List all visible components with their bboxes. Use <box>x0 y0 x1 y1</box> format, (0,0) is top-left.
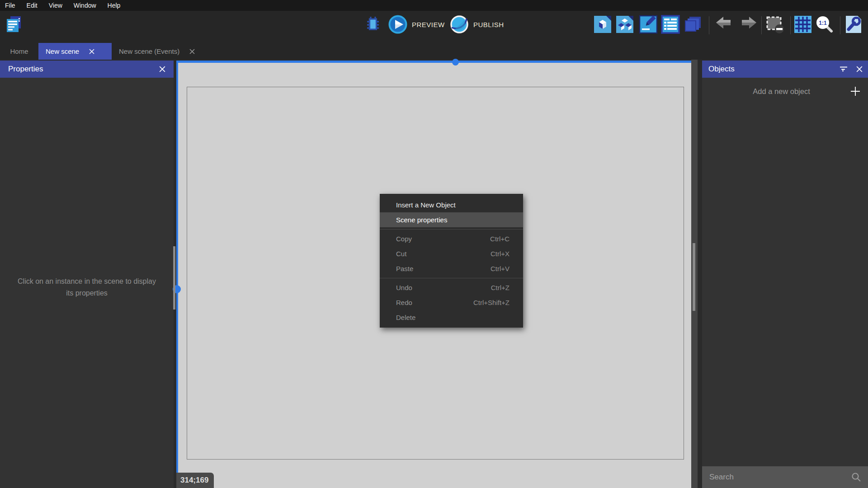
close-tab-icon[interactable] <box>189 49 195 54</box>
close-tab-icon[interactable] <box>89 49 94 54</box>
edit-object-groups-icon[interactable] <box>615 14 635 34</box>
menu-item-scene-properties[interactable]: Scene properties <box>380 212 523 227</box>
menu-separator <box>380 229 523 230</box>
redo-icon[interactable] <box>737 14 757 34</box>
toolbar-separator <box>709 16 709 34</box>
toolbar-separator <box>840 16 840 34</box>
toolbar-separator <box>790 16 791 34</box>
menu-window[interactable]: Window <box>74 2 102 9</box>
settings-wrench-icon[interactable] <box>844 14 863 34</box>
debugger-bug-icon[interactable] <box>363 14 383 34</box>
context-menu: Insert a New Object Scene properties Cop… <box>380 194 523 328</box>
svg-text:1:1: 1:1 <box>819 20 827 26</box>
menu-item-redo: Redo Ctrl+Shift+Z <box>380 295 523 310</box>
publish-button[interactable]: PUBLISH <box>473 21 504 28</box>
undo-icon[interactable] <box>715 14 735 34</box>
menu-file[interactable]: File <box>5 2 21 9</box>
properties-panel-header: Properties <box>0 61 174 78</box>
preview-play-icon[interactable] <box>388 14 408 34</box>
objects-panel-title: Objects <box>708 65 735 74</box>
objects-panel-header: Objects <box>702 61 868 78</box>
main-toolbar: PREVIEW PUBLISH <box>0 11 868 43</box>
cursor-coordinates-badge: 314;169 <box>176 473 214 488</box>
edit-scene-properties-icon[interactable] <box>638 14 658 34</box>
menu-view[interactable]: View <box>49 2 68 9</box>
menu-help[interactable]: Help <box>108 2 127 9</box>
layers-editor-icon[interactable] <box>683 14 703 34</box>
tab-bar: Home New scene New scene (Events) <box>0 43 868 60</box>
publish-globe-icon[interactable] <box>449 14 469 34</box>
preview-button[interactable]: PREVIEW <box>412 21 445 28</box>
menu-item-cut: Cut Ctrl+X <box>380 246 523 261</box>
tab-home[interactable]: Home <box>0 43 38 60</box>
toolbar-separator <box>761 16 762 34</box>
objects-search-input[interactable] <box>702 473 844 482</box>
plus-icon[interactable] <box>843 86 868 97</box>
menu-bar: File Edit View Window Help <box>0 0 868 11</box>
menu-item-undo: Undo Ctrl+Z <box>380 280 523 295</box>
canvas-right-scrollbar-thumb[interactable] <box>693 243 695 311</box>
properties-panel-body: Click on an instance in the scene to dis… <box>0 78 174 488</box>
canvas-left-scrollbar-thumb[interactable] <box>173 246 175 310</box>
add-new-object-label: Add a new object <box>702 87 843 96</box>
menu-item-copy: Copy Ctrl+C <box>380 231 523 246</box>
deselect-all-icon[interactable] <box>765 14 785 34</box>
gdevelop-window: File Edit View Window Help <box>0 0 868 488</box>
search-icon <box>844 472 868 483</box>
properties-panel-title: Properties <box>8 65 43 74</box>
canvas-focus-border-top <box>176 61 698 63</box>
zoom-one-to-one-icon[interactable]: 1:1 <box>814 14 834 34</box>
menu-edit[interactable]: Edit <box>27 2 43 9</box>
canvas-right-scrollbar[interactable] <box>691 60 698 488</box>
menu-item-delete: Delete <box>380 310 523 325</box>
objects-search-bar <box>702 466 868 488</box>
menu-separator <box>380 278 523 278</box>
project-manager-icon[interactable] <box>4 14 24 34</box>
filter-icon[interactable] <box>839 66 848 73</box>
tab-new-scene-events[interactable]: New scene (Events) <box>112 43 220 60</box>
menu-item-insert-new-object[interactable]: Insert a New Object <box>380 197 523 212</box>
close-panel-icon[interactable] <box>856 66 863 72</box>
toggle-grid-icon[interactable] <box>793 14 813 34</box>
close-panel-icon[interactable] <box>159 66 165 72</box>
instances-list-icon[interactable] <box>660 14 680 34</box>
add-new-object-row[interactable]: Add a new object <box>702 81 868 101</box>
edit-objects-icon[interactable] <box>593 14 613 34</box>
canvas-handle-top-icon[interactable] <box>452 59 459 66</box>
tab-new-scene[interactable]: New scene <box>38 43 112 60</box>
properties-empty-message: Click on an instance in the scene to dis… <box>14 276 160 300</box>
objects-panel-body: Add a new object <box>702 78 868 466</box>
canvas-focus-border-left <box>176 61 178 488</box>
menu-item-paste: Paste Ctrl+V <box>380 261 523 276</box>
